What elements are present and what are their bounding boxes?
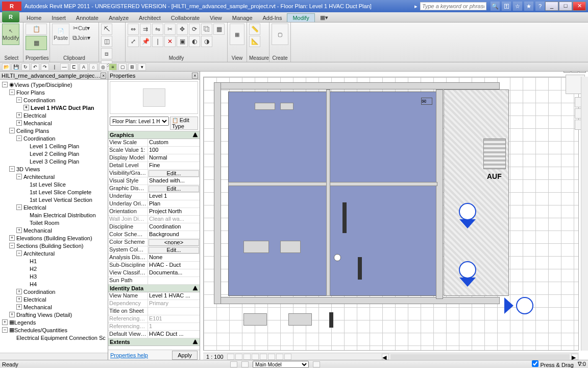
pin-icon[interactable]: 📌 xyxy=(140,36,151,47)
category-identity[interactable]: Identity Data⯅ xyxy=(108,285,200,292)
property-row[interactable]: Scale Value 1:100 xyxy=(108,147,200,154)
tree-item[interactable]: Level 3 Ceiling Plan xyxy=(1,157,108,165)
qat-thinlines-icon[interactable]: ≡ xyxy=(109,63,117,71)
property-value[interactable]: Custom xyxy=(148,139,200,146)
property-row[interactable]: Title on Sheet xyxy=(108,308,200,315)
qat-redo-icon[interactable]: ↷ xyxy=(41,63,49,71)
property-edit-button[interactable]: Edit... xyxy=(149,186,199,192)
split-icon[interactable]: | xyxy=(152,36,163,47)
hscroll-left-icon[interactable]: ◀ xyxy=(382,354,389,360)
tab-annotate[interactable]: Annotate xyxy=(71,14,104,22)
scale-icon[interactable]: ⤢ xyxy=(128,36,139,47)
property-row[interactable]: OrientationProject North xyxy=(108,208,200,216)
property-value[interactable]: E101 xyxy=(148,315,200,323)
copy-icon[interactable]: ⿻ xyxy=(201,24,212,35)
tab-collaborate[interactable]: Collaborate xyxy=(166,14,205,22)
hide-isolate-icon[interactable] xyxy=(276,354,283,360)
tab-analyze[interactable]: Analyze xyxy=(104,14,134,22)
property-row[interactable]: DisciplineCoordination xyxy=(108,223,200,231)
tree-item[interactable]: 1st Level Vertical Section xyxy=(1,196,108,203)
tree-toggle[interactable]: − xyxy=(16,97,22,103)
property-row[interactable]: View NameLevel 1 HVAC ... xyxy=(108,292,200,300)
category-graphics[interactable]: Graphics⯅ xyxy=(108,131,200,139)
favorite-icon[interactable]: ★ xyxy=(524,2,533,11)
properties-grid[interactable]: Graphics⯅ View ScaleCustomScale Value 1:… xyxy=(108,131,200,350)
property-row[interactable]: Visual StyleShaded with... xyxy=(108,177,200,185)
property-row[interactable]: Referencing S...E101 xyxy=(108,315,200,323)
help-icon[interactable]: ? xyxy=(535,2,545,11)
key-icon[interactable]: ⚿ xyxy=(502,2,511,11)
tree-toggle[interactable]: + xyxy=(16,227,22,233)
measure2-icon[interactable]: 📐 xyxy=(249,36,260,47)
tree-toggle[interactable]: − xyxy=(16,174,22,179)
tree-toggle[interactable]: + xyxy=(16,289,22,294)
visual-style-icon[interactable] xyxy=(235,354,242,360)
property-value[interactable] xyxy=(148,308,200,315)
tree-toggle[interactable]: − xyxy=(9,128,15,133)
property-row[interactable]: Color Scheme<none> xyxy=(108,239,200,246)
qat-align-icon[interactable]: ⊏ xyxy=(70,63,78,71)
view-restore-icon[interactable]: □ xyxy=(571,72,578,73)
property-value[interactable]: Fine xyxy=(148,162,200,169)
tree-toggle[interactable]: − xyxy=(16,135,22,141)
property-value[interactable]: HVAC - Duct xyxy=(148,262,200,269)
property-value[interactable]: 100 xyxy=(148,147,200,154)
group-icon[interactable]: ▣ xyxy=(177,36,188,47)
property-row[interactable]: Visibility/Grap...Edit... xyxy=(108,170,200,177)
tree-item[interactable]: H2 xyxy=(1,265,108,272)
tree-toggle[interactable]: − xyxy=(9,89,15,95)
property-row[interactable]: Wall Join Disp...Clean all wa... xyxy=(108,216,200,223)
property-row[interactable]: Analysis Displ...None xyxy=(108,254,200,262)
maximize-button[interactable]: □ xyxy=(559,2,572,11)
tree-item[interactable]: Level 1 Ceiling Plan xyxy=(1,142,108,150)
qat-text-icon[interactable]: A xyxy=(80,63,88,71)
qat-save-icon[interactable]: 💾 xyxy=(12,63,20,71)
search-input[interactable] xyxy=(420,2,486,10)
view-scale-label[interactable]: 1 : 100 xyxy=(203,354,227,360)
property-row[interactable]: Color Scheme...Background xyxy=(108,231,200,239)
tree-toggle[interactable]: − xyxy=(9,166,15,172)
properties-close-icon[interactable]: × xyxy=(192,73,198,79)
tree-current-view[interactable]: +Level 1 HVAC Duct Plan xyxy=(1,104,108,111)
property-row[interactable]: View ScaleCustom xyxy=(108,139,200,147)
property-row[interactable]: Underlay Orie...Plan xyxy=(108,200,200,208)
tree-item[interactable]: 1st Level Slice xyxy=(1,180,108,188)
property-row[interactable]: Default View ...HVAC Duct ... xyxy=(108,331,200,338)
tree-toggle[interactable]: + xyxy=(16,296,22,302)
browser-hscroll[interactable] xyxy=(0,353,108,360)
property-value[interactable]: Level 1 xyxy=(148,193,200,200)
qat-open-icon[interactable]: 📂 xyxy=(2,63,10,71)
category-extents[interactable]: Extents⯅ xyxy=(108,338,200,346)
tree-toggle[interactable]: + xyxy=(16,112,22,118)
property-value[interactable]: Background xyxy=(148,231,200,238)
status-design-options-icon[interactable] xyxy=(313,361,320,367)
tree-toggle[interactable]: + xyxy=(9,312,15,317)
property-row[interactable]: Display ModelNormal xyxy=(108,154,200,162)
canvas-hscroll[interactable] xyxy=(390,354,570,359)
shadows-icon[interactable] xyxy=(252,354,259,360)
property-value[interactable]: 1 xyxy=(148,323,200,330)
property-row[interactable]: Detail LevelFine xyxy=(108,162,200,170)
extra1-icon[interactable]: ◐ xyxy=(189,36,200,47)
sun-path-icon[interactable] xyxy=(243,354,251,360)
tab-extra-icon[interactable]: ▦▾ xyxy=(315,13,333,22)
status-workset-icon[interactable] xyxy=(230,361,237,367)
qat-close-icon[interactable]: ▢ xyxy=(118,63,127,71)
tree-item[interactable]: Toilet Room xyxy=(1,219,108,226)
property-edit-button[interactable]: <none> xyxy=(149,239,199,246)
help-search[interactable]: ▸ xyxy=(414,2,486,10)
tree-toggle[interactable]: − xyxy=(16,250,22,256)
property-value[interactable]: Level 1 HVAC ... xyxy=(148,292,200,300)
tree-item[interactable]: Level 2 Ceiling Plan xyxy=(1,150,108,157)
tree-toggle[interactable]: − xyxy=(16,204,22,210)
tree-toggle[interactable]: + xyxy=(16,304,22,310)
view-panel-icon[interactable]: ▦ xyxy=(230,24,244,45)
property-row[interactable]: Sub-DisciplineHVAC - Duct xyxy=(108,262,200,269)
tree-toggle[interactable]: + xyxy=(9,235,15,241)
property-value[interactable]: None xyxy=(148,254,200,261)
properties-help-link[interactable]: Properties help xyxy=(110,352,148,358)
property-value[interactable]: Coordination xyxy=(148,223,200,231)
tree-item[interactable]: H4 xyxy=(1,280,108,288)
mirror-icon[interactable]: ⇋ xyxy=(152,24,163,35)
cope-icon[interactable]: ⛏ xyxy=(101,24,112,35)
